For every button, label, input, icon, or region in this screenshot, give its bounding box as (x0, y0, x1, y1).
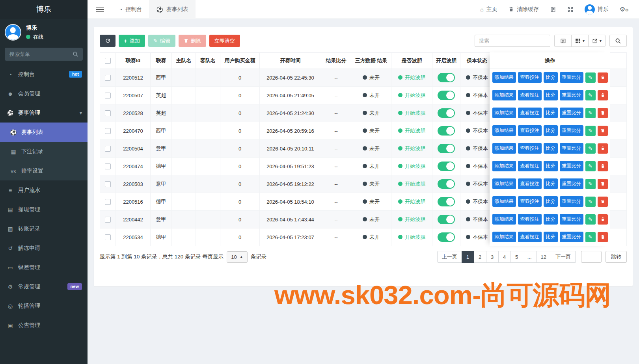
page-button[interactable]: 12 (536, 251, 551, 263)
jump-page-input[interactable] (581, 251, 602, 263)
row-edit-button[interactable]: ✎ (585, 197, 596, 207)
row-checkbox[interactable] (105, 217, 111, 223)
hamburger-icon[interactable] (96, 5, 104, 14)
row-checkbox[interactable] (105, 163, 111, 169)
add-result-button[interactable]: 添加结果 (492, 143, 516, 154)
add-result-button[interactable]: 添加结果 (492, 196, 516, 207)
sidebar-item[interactable]: ▨ 转账记录 (0, 219, 88, 238)
col-start-time[interactable]: 开赛时间 (260, 53, 321, 69)
select-all-checkbox[interactable] (105, 58, 111, 64)
col-home-team[interactable]: 主队名 (172, 53, 196, 69)
row-checkbox[interactable] (105, 234, 111, 240)
page-button[interactable]: 1 (462, 251, 474, 263)
reset-score-button[interactable]: 重置比分 (560, 108, 583, 118)
row-delete-button[interactable] (598, 126, 608, 136)
col-enable-bodan[interactable]: 开启波胆 (432, 53, 460, 69)
page-button[interactable]: 上一页 (437, 251, 462, 263)
col-result-score[interactable]: 结果比分 (321, 53, 351, 69)
view-bets-button[interactable]: 查看投注 (518, 178, 542, 189)
sidebar-item[interactable]: ᴠᴋ 赔率设置 (0, 161, 88, 180)
nav-tab[interactable]: ⚽ 赛事列表 (149, 0, 195, 19)
score-button[interactable]: 比分 (544, 178, 558, 189)
add-result-button[interactable]: 添加结果 (492, 108, 516, 118)
bodan-toggle[interactable] (438, 91, 455, 100)
bodan-toggle[interactable] (438, 73, 455, 82)
page-button[interactable]: 5 (510, 251, 523, 263)
clear-all-button[interactable]: 立即清空 (209, 35, 240, 47)
row-edit-button[interactable]: ✎ (585, 143, 596, 154)
row-checkbox[interactable] (105, 146, 111, 152)
reset-score-button[interactable]: 重置比分 (560, 143, 583, 154)
row-checkbox[interactable] (105, 199, 111, 205)
export-button[interactable]: ▾ (588, 35, 605, 47)
row-edit-button[interactable]: ✎ (585, 126, 596, 136)
bodan-toggle[interactable] (438, 144, 455, 153)
view-bets-button[interactable]: 查看投注 (518, 161, 542, 171)
row-edit-button[interactable]: ✎ (585, 90, 596, 100)
page-button[interactable]: 2 (474, 251, 486, 263)
sidebar-item[interactable]: ⚽ 赛事列表 (0, 123, 88, 142)
sidebar-item[interactable]: ▣ 公告管理 (0, 316, 88, 335)
detail-view-button[interactable] (554, 35, 572, 47)
score-button[interactable]: 比分 (544, 214, 558, 225)
sidebar-item[interactable]: ◎ 轮播管理 (0, 296, 88, 316)
row-edit-button[interactable]: ✎ (585, 179, 596, 189)
row-delete-button[interactable] (598, 197, 608, 207)
add-button[interactable]: +添加 (119, 35, 145, 47)
score-button[interactable]: 比分 (544, 108, 558, 118)
score-button[interactable]: 比分 (544, 90, 558, 100)
add-result-button[interactable]: 添加结果 (492, 90, 516, 100)
search-submit-button[interactable] (609, 35, 627, 47)
delete-button[interactable]: 删除 (179, 35, 206, 47)
score-button[interactable]: 比分 (544, 161, 558, 171)
row-delete-button[interactable] (598, 232, 608, 242)
row-checkbox[interactable] (105, 128, 111, 134)
fullscreen-button[interactable] (567, 6, 574, 13)
edit-button[interactable]: ✎编辑 (148, 35, 175, 47)
reset-score-button[interactable]: 重置比分 (560, 72, 583, 83)
page-button[interactable]: 4 (498, 251, 511, 263)
settings-button[interactable]: ⚙⚙ (620, 6, 629, 13)
score-button[interactable]: 比分 (544, 196, 558, 207)
view-bets-button[interactable]: 查看投注 (518, 72, 542, 83)
table-search-input[interactable] (475, 35, 550, 47)
add-result-button[interactable]: 添加结果 (492, 214, 516, 225)
view-bets-button[interactable]: 查看投注 (518, 90, 542, 100)
score-button[interactable]: 比分 (544, 232, 558, 242)
sidebar-item[interactable]: ☻ 会员管理 (0, 84, 88, 103)
row-checkbox[interactable] (105, 110, 111, 116)
nav-tab[interactable]: ◔ 控制台 (112, 0, 149, 19)
col-league[interactable]: 联赛 (151, 53, 172, 69)
reset-score-button[interactable]: 重置比分 (560, 196, 583, 207)
page-button[interactable]: ... (523, 251, 537, 263)
col-third-party-result[interactable]: 三方数据 结果 (351, 53, 391, 69)
sidebar-item[interactable]: ↺ 解冻申请 (0, 238, 88, 258)
col-away-team[interactable]: 客队名 (196, 53, 220, 69)
row-edit-button[interactable]: ✎ (585, 108, 596, 118)
col-league-id[interactable]: 联赛Id (116, 53, 151, 69)
reset-score-button[interactable]: 重置比分 (560, 125, 583, 136)
view-bets-button[interactable]: 查看投注 (518, 196, 542, 207)
log-button[interactable] (550, 6, 556, 13)
sidebar-item[interactable]: ▤ 提现管理 (0, 200, 88, 219)
row-edit-button[interactable]: ✎ (585, 232, 596, 242)
bodan-toggle[interactable] (438, 108, 455, 118)
reset-score-button[interactable]: 重置比分 (560, 161, 583, 171)
score-button[interactable]: 比分 (544, 125, 558, 136)
score-button[interactable]: 比分 (544, 143, 558, 154)
row-edit-button[interactable]: ✎ (585, 214, 596, 225)
page-button[interactable]: 下一页 (551, 251, 576, 263)
row-delete-button[interactable] (598, 214, 608, 225)
add-result-button[interactable]: 添加结果 (492, 161, 516, 171)
score-button[interactable]: 比分 (544, 72, 558, 83)
bodan-toggle[interactable] (438, 126, 455, 136)
col-baoben-status[interactable]: 保本状态 (460, 53, 494, 69)
jump-button[interactable]: 跳转 (605, 251, 627, 263)
row-delete-button[interactable] (598, 143, 608, 154)
row-delete-button[interactable] (598, 72, 608, 83)
view-bets-button[interactable]: 查看投注 (518, 125, 542, 136)
sidebar-item[interactable]: ▭ 级差管理 (0, 258, 88, 277)
view-bets-button[interactable]: 查看投注 (518, 214, 542, 225)
row-edit-button[interactable]: ✎ (585, 161, 596, 171)
sidebar-item[interactable]: ◔ 控制台 hot (0, 65, 88, 84)
